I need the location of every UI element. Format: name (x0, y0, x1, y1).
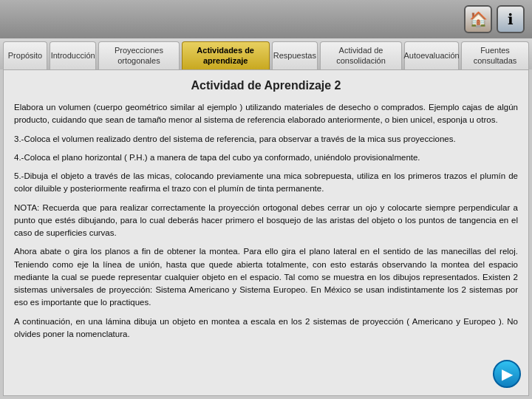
next-button[interactable]: ▶ (493, 360, 521, 388)
content-paragraph: A continuación, en una lámina dibuja un … (14, 316, 518, 341)
top-bar: 🏠 ℹ (0, 0, 532, 38)
nav-bar: PropósitoIntroducciónProyecciones ortogo… (0, 38, 532, 69)
content-paragraph: NOTA: Recuerda que para realizar correct… (14, 202, 518, 240)
home-button[interactable]: 🏠 (464, 5, 492, 33)
nav-tab-fuentes[interactable]: Fuentes consultadas (461, 41, 529, 69)
info-icon: ℹ (508, 10, 514, 28)
arrow-right-icon: ▶ (502, 365, 513, 383)
content-paragraph: 5.-Dibuja el objeto a través de las mica… (14, 170, 518, 196)
home-icon: 🏠 (469, 10, 488, 28)
content-paragraph: Elabora un volumen (cuerpo geométrico si… (14, 101, 518, 127)
content-paragraph: Ahora abate o gira los planos a fin de o… (14, 245, 518, 309)
nav-tab-respuestas[interactable]: Respuestas (272, 41, 318, 69)
main-content: Actividad de Aprendizaje 2 Elabora un vo… (3, 69, 529, 396)
nav-tab-autoevaluacion[interactable]: Autoevaluación (404, 41, 459, 69)
content-paragraph: 4.-Coloca el plano horizontal ( P.H.) a … (14, 151, 518, 164)
content-paragraph: 3.-Coloca el volumen realizado dentro de… (14, 133, 518, 146)
nav-tab-actividad-consolidacion[interactable]: Actividad de consolidación (320, 41, 402, 69)
nav-tab-introduccion[interactable]: Introducción (50, 41, 96, 69)
nav-tab-actividades[interactable]: Actividades de aprendizaje (182, 41, 270, 69)
nav-tab-proposito[interactable]: Propósito (3, 41, 47, 69)
nav-tab-proyecciones[interactable]: Proyecciones ortogonales (98, 41, 179, 69)
info-button[interactable]: ℹ (497, 5, 525, 33)
content-body: Elabora un volumen (cuerpo geométrico si… (14, 101, 518, 341)
page-title: Actividad de Aprendizaje 2 (14, 79, 518, 92)
